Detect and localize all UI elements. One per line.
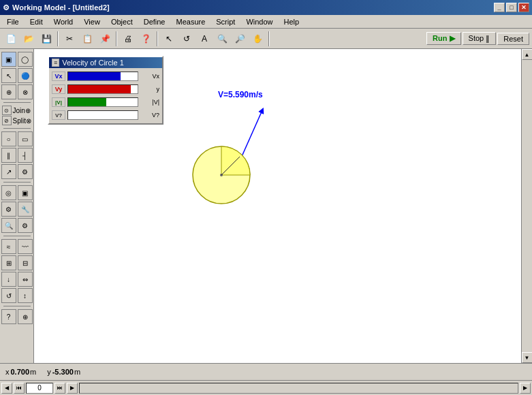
close-button[interactable]: ✕ [518,3,529,12]
split-label: Split⊗ [13,117,31,125]
velocity-panel-content: Vx Vx Vy y |V| [49,68,162,123]
meter-label-vx: Vx [52,72,65,81]
menu-window[interactable]: Window [240,16,278,27]
menu-help[interactable]: Help [279,16,305,27]
menu-object[interactable]: Object [106,16,138,27]
left-tool-12[interactable]: ⚙ [18,164,33,179]
left-tool-23[interactable]: ↓ [1,272,16,287]
save-button[interactable]: 💾 [38,31,54,47]
left-tool-3[interactable]: ↖ [1,68,16,83]
left-tool-17[interactable]: 🔍 [1,218,16,233]
new-button[interactable]: 📄 [3,31,19,47]
minimize-button[interactable]: _ [494,3,505,12]
play-forward-button[interactable]: ▶ [67,383,78,394]
left-tool-5[interactable]: ⊕ [1,84,16,99]
left-tool-20[interactable]: 〰 [18,239,33,254]
print-button[interactable]: 🖨 [120,31,136,47]
paste-button[interactable]: 📌 [97,31,113,47]
bottom-scrollbar: ◀ ⏮ ⏭ ▶ ▶ [0,380,532,395]
title-bar: ⚙ Working Model - [Untitled2] _ □ ✕ [0,0,532,15]
circle-container[interactable] [191,144,252,207]
cut-button[interactable]: ✂ [61,31,78,47]
y-value: -5.300 [52,368,74,376]
left-sep-5 [3,306,31,306]
pan-tool[interactable]: ✋ [249,31,266,47]
left-tool-26[interactable]: ↕ [18,288,33,303]
meter-bar-vmag-fill [68,98,106,106]
left-tool-19[interactable]: ≈ [1,239,16,254]
panel-drag-handle: ≡ [52,59,59,67]
left-tool-16[interactable]: 🔧 [18,202,33,217]
left-tool-2[interactable]: ◯ [18,52,33,67]
meter-value-vx: Vx [140,73,159,80]
title-bar-text: Working Model - [Untitled2] [12,3,494,12]
menu-define[interactable]: Define [138,16,171,27]
rotate-tool[interactable]: ↺ [178,31,195,47]
help-button[interactable]: ❓ [138,31,154,47]
meter-bar-vx [67,72,138,81]
left-tool-7[interactable]: ○ [1,131,16,146]
velocity-panel-title[interactable]: ≡ Velocity of Circle 1 [49,57,162,68]
left-tool-28[interactable]: ⊕ [18,309,33,324]
scroll-down-button[interactable]: ▼ [522,352,533,363]
menu-measure[interactable]: Measure [170,16,210,27]
frame-input[interactable] [26,383,53,394]
left-tool-1[interactable]: ▣ [1,52,16,67]
reset-button[interactable]: Reset [497,33,529,45]
left-tool-13[interactable]: ◎ [1,185,16,200]
join-button[interactable]: ⊙ Join⊕ [2,106,32,115]
join-icon: ⊙ [2,106,12,115]
left-tool-8[interactable]: ▭ [18,131,33,146]
meter-label-vmag: |V| [52,97,65,107]
split-button[interactable]: ⊘ Split⊗ [2,116,32,125]
left-sep-4 [3,236,31,236]
menu-world[interactable]: World [48,16,79,27]
canvas-area[interactable]: ≡ Velocity of Circle 1 Vx Vx Vy [34,49,521,363]
left-tool-4[interactable]: 🔵 [18,68,33,83]
menu-edit[interactable]: Edit [25,16,48,27]
scroll-track-bottom[interactable] [79,383,518,394]
zoom-in-tool[interactable]: 🔍 [214,31,230,47]
left-tool-15[interactable]: ⚙ [1,202,16,217]
meter-row-vy: Vy y [52,84,159,95]
meter-bar-vmag [67,97,138,107]
copy-button[interactable]: 📋 [79,31,95,47]
meter-bar-vy [67,84,138,94]
menu-script[interactable]: Script [210,16,240,27]
maximize-button[interactable]: □ [506,3,517,12]
text-tool[interactable]: A [196,31,213,47]
left-tool-22[interactable]: ⊟ [18,255,33,270]
arrow-tool[interactable]: ↖ [161,31,177,47]
play-back-button[interactable]: ◀ [1,383,12,394]
left-tool-6[interactable]: ⊗ [18,84,33,99]
velocity-panel-title-text: Velocity of Circle 1 [62,59,123,67]
meter-bar-vx-fill [68,72,121,80]
split-icon: ⊘ [2,116,12,125]
left-tool-14[interactable]: ▣ [18,185,33,200]
menu-view[interactable]: View [78,16,106,27]
meter-row-vmag: |V| |V| [52,97,159,108]
stop-button[interactable]: Stop ‖ [463,32,497,45]
left-tool-24[interactable]: ⇔ [18,272,33,287]
run-button[interactable]: Run ▶ [426,32,460,45]
left-tool-9[interactable]: ∥ [1,148,16,163]
scroll-right-button[interactable]: ▶ [520,383,531,394]
step-back-button[interactable]: ⏮ [14,383,25,394]
left-tool-27[interactable]: ? [1,309,16,324]
meter-value-vmag: |V| [140,99,159,106]
toolbar-sep-2 [116,31,117,46]
zoom-out-tool[interactable]: 🔎 [232,31,248,47]
open-button[interactable]: 📂 [20,31,37,47]
step-forward-button[interactable]: ⏭ [54,383,65,394]
scroll-up-button[interactable]: ▲ [522,49,533,60]
meter-row-vdir: V? V? [52,110,159,121]
y-unit: m [74,368,80,376]
y-label: y [47,368,51,376]
left-tool-10[interactable]: ┤ [18,148,33,163]
menu-file[interactable]: File [1,16,25,27]
left-tool-18[interactable]: ⚙ [18,218,33,233]
left-tool-11[interactable]: ↗ [1,164,16,179]
left-tool-25[interactable]: ↺ [1,288,16,303]
meter-bar-vdir [67,110,138,120]
left-tool-21[interactable]: ⊞ [1,255,16,270]
